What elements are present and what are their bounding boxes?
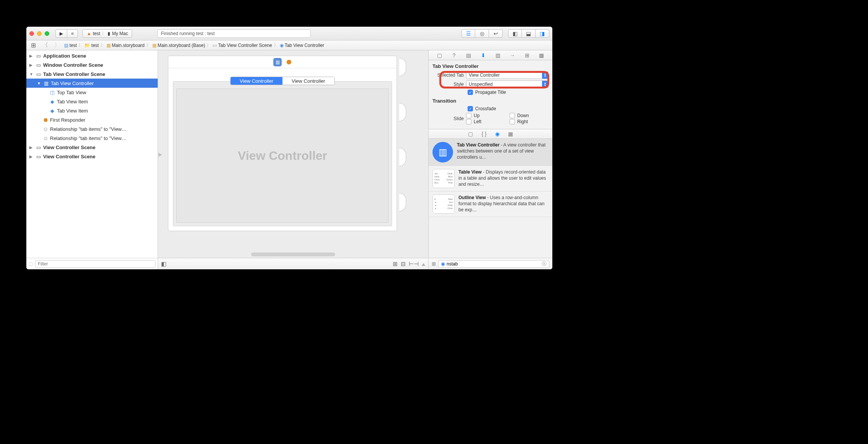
media-library-tab[interactable]: ▦ xyxy=(508,131,513,137)
slide-down-checkbox[interactable] xyxy=(510,113,515,118)
scene-row[interactable]: ▶▭Application Scene xyxy=(26,51,158,60)
toggle-inspector-button[interactable]: ◨ xyxy=(536,29,549,38)
file-template-tab[interactable]: ▢ xyxy=(468,131,473,137)
slide-up-checkbox[interactable] xyxy=(466,113,471,118)
selected-tab-select[interactable]: View Controller ▲▼ xyxy=(466,71,549,79)
tab-segment[interactable]: View Controller View Controller xyxy=(230,77,335,85)
tab-1[interactable]: View Controller xyxy=(231,77,282,85)
style-select[interactable]: Unspecified ▲▼ xyxy=(466,80,549,88)
scene-row[interactable]: ▶▭View Controller Scene xyxy=(26,152,158,161)
relationship-icon: ⊙ xyxy=(42,135,48,141)
app-icon: ▲ xyxy=(87,31,91,36)
outline-tree[interactable]: ▶▭Application Scene ▶▭Window Controller … xyxy=(26,50,158,258)
size-inspector-tab[interactable]: ▥ xyxy=(494,52,502,58)
storyboard-canvas[interactable]: ▸ ▥ ⬣ View Controller View Controller Vi… xyxy=(158,50,428,258)
align-button[interactable]: ⊟ xyxy=(401,261,406,267)
row-label: Application Scene xyxy=(43,53,86,59)
outline-row[interactable]: ⬣First Responder xyxy=(26,115,158,124)
content-box: View Controller xyxy=(173,81,392,226)
breadcrumb-item[interactable]: 📁test xyxy=(84,43,98,48)
breadcrumb-item[interactable]: ▦Main.storyboard xyxy=(106,43,145,48)
library-item-text: Tab View Controller - A view controller … xyxy=(457,142,549,162)
select-arrows-icon: ▲▼ xyxy=(542,81,548,88)
chevron-right-icon: 〉 xyxy=(207,42,211,48)
segue-handle[interactable] xyxy=(399,103,406,121)
scheme-selector[interactable]: ▲ test 〉 ▮ My Mac xyxy=(82,29,132,38)
identity-inspector-tab[interactable]: ▤ xyxy=(465,52,473,58)
outline-row[interactable]: ◆Tab View Item xyxy=(26,97,158,106)
breadcrumb-item[interactable]: ◉Tab View Controller xyxy=(280,43,324,48)
tabvc-scene-box[interactable]: ▥ ⬣ View Controller View Controller View… xyxy=(168,56,397,231)
help-inspector-tab[interactable]: ? xyxy=(450,52,458,58)
pin-button[interactable]: ⊢⊣ xyxy=(409,261,419,267)
outline-row[interactable]: ◆Tab View Item xyxy=(26,106,158,115)
row-label: Window Controller Scene xyxy=(43,62,103,68)
segue-handle[interactable] xyxy=(399,193,406,211)
run-stop-group: ▶ ■ xyxy=(55,29,78,38)
embed-button[interactable]: ⊞ xyxy=(393,261,398,267)
clear-filter-button[interactable]: ⓧ xyxy=(542,261,547,267)
code-snippet-tab[interactable]: { } xyxy=(481,131,486,137)
outline-row-selected[interactable]: ▼▥Tab View Controller xyxy=(26,79,158,88)
tab-2[interactable]: View Controller xyxy=(282,77,334,85)
object-library[interactable]: ▥ Tab View Controller - A view controlle… xyxy=(429,139,552,258)
library-item[interactable]: ▥ Tab View Controller - A view controlle… xyxy=(429,139,552,166)
stop-button[interactable]: ■ xyxy=(67,29,78,38)
slide-right-checkbox[interactable] xyxy=(510,119,515,124)
toggle-navigator-button[interactable]: ◧ xyxy=(508,29,522,38)
object-library-tab[interactable]: ◉ xyxy=(495,131,500,137)
slide-label: Slide xyxy=(432,116,464,121)
close-window-button[interactable] xyxy=(29,31,34,36)
toggle-debug-button[interactable]: ⬓ xyxy=(522,29,536,38)
grid-icon[interactable]: ⊞ xyxy=(29,42,38,49)
breadcrumb-item[interactable]: ▭Tab View Controller Scene xyxy=(213,43,272,48)
crossfade-checkbox[interactable]: ✓ xyxy=(468,106,473,111)
minimize-window-button[interactable] xyxy=(37,31,42,36)
outline-row[interactable]: ⊙Relationship "tab items" to "View… xyxy=(26,124,158,134)
standard-editor-button[interactable]: ☰ xyxy=(461,29,475,38)
file-inspector-tab[interactable]: ▢ xyxy=(436,52,443,58)
storyboard-icon: ▦ xyxy=(106,43,111,48)
nav-back-button[interactable]: 〈 xyxy=(40,41,50,49)
library-filter-input[interactable] xyxy=(447,261,540,267)
attributes-inspector-tab[interactable]: ⬇ xyxy=(479,52,487,58)
scene-titlebar[interactable]: ▥ ⬣ xyxy=(168,56,397,68)
version-editor-button[interactable]: ↩ xyxy=(489,29,503,38)
library-item[interactable]: ▾ Matt ▸ Jon ▸ Kelly ▸ Chris Outline Vie… xyxy=(429,191,552,217)
propagate-title-checkbox[interactable]: ✓ xyxy=(468,90,473,95)
breadcrumb-item[interactable]: ▤test xyxy=(64,43,77,48)
toggle-outline-button[interactable]: ◧ xyxy=(161,261,166,267)
run-button[interactable]: ▶ xyxy=(55,29,67,38)
library-thumb-icon: JonClear KellyBlue ChrisGreen RonPink xyxy=(432,169,455,188)
grid-view-button[interactable]: ⊞ xyxy=(432,261,436,267)
scene-row[interactable]: ▼▭Tab View Controller Scene xyxy=(26,69,158,79)
inspector-scroll[interactable]: Tab View Controller Selected Tab View Co… xyxy=(429,60,552,129)
scene-row[interactable]: ▶▭Window Controller Scene xyxy=(26,60,158,69)
device-icon: ▮ xyxy=(108,31,110,36)
scene-row[interactable]: ▶▭View Controller Scene xyxy=(26,143,158,152)
library-item[interactable]: JonClear KellyBlue ChrisGreen RonPink Ta… xyxy=(429,166,552,191)
checkbox-label: Crossfade xyxy=(475,106,496,111)
chevron-right-icon: 〉 xyxy=(102,30,106,37)
selected-tab-label: Selected Tab xyxy=(432,72,464,78)
select-value: Unspecified xyxy=(469,82,493,87)
effects-inspector-tab[interactable]: ▦ xyxy=(538,52,545,58)
outline-row[interactable]: ◫Top Tab View xyxy=(26,88,158,97)
outline-filter-input[interactable] xyxy=(35,260,155,268)
chevron-right-icon: 〉 xyxy=(78,42,83,48)
segue-handle[interactable] xyxy=(399,58,406,76)
connections-inspector-tab[interactable]: → xyxy=(508,52,516,58)
chevron-right-icon: 〉 xyxy=(100,42,105,48)
horizontal-scrollbar[interactable] xyxy=(251,253,335,256)
slide-left-checkbox[interactable] xyxy=(466,119,471,124)
filter-scope-icon[interactable]: ◉ xyxy=(441,261,445,267)
nav-forward-button[interactable]: 〉 xyxy=(52,41,63,49)
bindings-inspector-tab[interactable]: ⊞ xyxy=(523,52,531,58)
outline-row[interactable]: ⊙Relationship "tab items" to "View… xyxy=(26,134,158,143)
resolve-button[interactable]: ⟁ xyxy=(422,261,425,267)
breadcrumb-item[interactable]: ▦Main.storyboard (Base) xyxy=(152,43,205,48)
library-thumb-icon: ▾ Matt ▸ Jon ▸ Kelly ▸ Chris xyxy=(432,195,455,214)
assistant-editor-button[interactable]: ◎ xyxy=(475,29,489,38)
zoom-window-button[interactable] xyxy=(45,31,49,36)
segue-handle[interactable] xyxy=(399,148,406,166)
